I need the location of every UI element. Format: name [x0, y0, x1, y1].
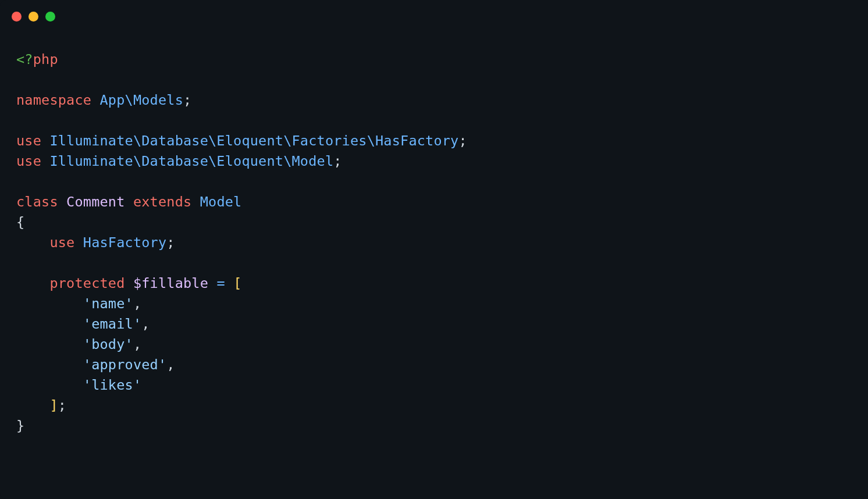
comma: , — [133, 336, 141, 352]
maximize-icon[interactable] — [45, 12, 55, 22]
equals-operator: = — [216, 275, 225, 291]
code-content: <?php namespace App\Models; use Illumina… — [0, 22, 868, 448]
namespace-part-app: App — [100, 92, 125, 108]
protected-modifier: protected — [49, 275, 124, 291]
namespace-keyword: namespace — [16, 92, 91, 108]
use-keyword: use — [16, 133, 41, 149]
trait-hasfactory: HasFactory — [83, 234, 166, 251]
namespace-sep: \ — [125, 92, 133, 108]
string-likes: 'likes' — [83, 377, 141, 393]
comma: , — [133, 295, 141, 312]
open-bracket: [ — [233, 275, 241, 291]
extends-keyword: extends — [133, 194, 191, 210]
namespace-part-models: Models — [133, 92, 183, 108]
minimize-icon[interactable] — [29, 12, 38, 22]
code-window: <?php namespace App\Models; use Illumina… — [0, 0, 868, 499]
string-name: 'name' — [83, 295, 133, 312]
string-body: 'body' — [83, 336, 133, 352]
open-brace: { — [16, 214, 24, 230]
comma: , — [166, 357, 175, 373]
class-name-comment: Comment — [66, 194, 124, 210]
php-open-tag: <? — [16, 51, 33, 67]
comma: , — [141, 316, 150, 332]
class-keyword: class — [16, 194, 58, 210]
use-namespace-hasfactory: Illuminate\Database\Eloquent\Factories\H… — [49, 133, 458, 149]
close-icon[interactable] — [12, 12, 22, 22]
window-titlebar — [0, 0, 868, 22]
close-brace: } — [16, 418, 24, 434]
close-bracket: ] — [49, 397, 58, 414]
semicolon: ; — [183, 92, 191, 108]
semicolon: ; — [58, 397, 66, 414]
php-tag-name: php — [33, 51, 58, 67]
fillable-variable: $fillable — [133, 275, 208, 291]
use-trait-keyword: use — [49, 234, 74, 251]
parent-class-model: Model — [200, 194, 242, 210]
semicolon: ; — [166, 234, 175, 251]
string-approved: 'approved' — [83, 357, 166, 373]
string-email: 'email' — [83, 316, 141, 332]
semicolon: ; — [333, 153, 341, 169]
use-keyword: use — [16, 153, 41, 169]
semicolon: ; — [458, 133, 467, 149]
use-namespace-model: Illuminate\Database\Eloquent\Model — [49, 153, 333, 169]
